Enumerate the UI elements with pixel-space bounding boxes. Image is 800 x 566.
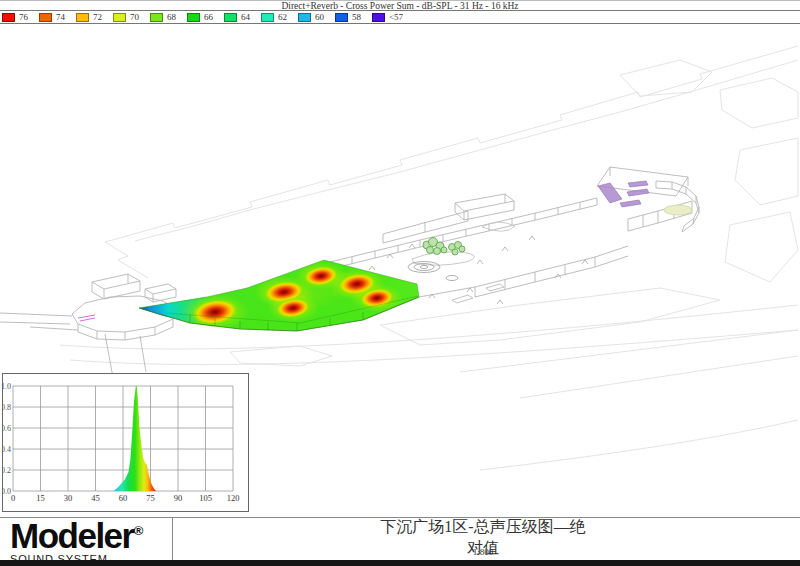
x-tick-label: 120 [227, 493, 240, 503]
legend-item-lt57: <57 [372, 12, 403, 22]
modeler-report-window: Direct+Reverb - Cross Power Sum - dB-SPL… [0, 0, 800, 566]
bottom-black-bar [0, 560, 800, 566]
y-tick-label: 0.2 [3, 466, 11, 475]
legend-item-70: 70 [113, 12, 143, 22]
legend-label: 60 [315, 12, 328, 22]
legend-label: 72 [93, 12, 106, 22]
legend-label: 58 [352, 12, 365, 22]
legend-item-62: 62 [261, 12, 291, 22]
legend-item-58: 58 [335, 12, 365, 22]
legend-label: 76 [19, 12, 32, 22]
legend-item-76: 76 [2, 12, 32, 22]
legend-swatch [187, 13, 200, 22]
legend-swatch [224, 13, 237, 22]
legend-item-74: 74 [39, 12, 69, 22]
legend-swatch [2, 13, 15, 22]
legend-label: <57 [389, 12, 403, 22]
legend-swatch [150, 13, 163, 22]
spl-heatmap [139, 260, 419, 331]
legend-label: 70 [130, 12, 143, 22]
y-tick-label: 0.4 [3, 445, 11, 454]
legend-label: 66 [204, 12, 217, 22]
legend-swatch [39, 13, 52, 22]
plot-title-bar: Direct+Reverb - Cross Power Sum - dB-SPL… [0, 0, 800, 11]
legend-item-60: 60 [298, 12, 328, 22]
histogram-area [114, 386, 156, 491]
legend-item-64: 64 [224, 12, 254, 22]
stairs [598, 181, 649, 207]
brand-wordmark: Modeler® [10, 515, 170, 552]
legend-label: 64 [241, 12, 254, 22]
legend-swatch [76, 13, 89, 22]
spl-legend: 76747270686664626058<57 [0, 11, 800, 24]
legend-swatch [298, 13, 311, 22]
legend-label: 74 [56, 12, 69, 22]
x-tick-label: 90 [174, 493, 183, 503]
y-tick-label: 0.0 [3, 487, 11, 496]
legend-swatch [261, 13, 274, 22]
x-tick-label: 45 [91, 493, 100, 503]
legend-label: 62 [278, 12, 291, 22]
legend-item-68: 68 [150, 12, 180, 22]
y-tick-label: 0.6 [3, 424, 11, 433]
legend-swatch [335, 13, 348, 22]
plot-title: Direct+Reverb - Cross Power Sum - dB-SPL… [281, 1, 518, 11]
y-tick-label: 1.0 [3, 382, 11, 391]
legend-swatch [113, 13, 126, 22]
modeler-logo: Modeler® SOUND SYSTEM SOFTWARE [10, 515, 170, 566]
shrub-patch [664, 205, 692, 215]
registered-mark: ® [134, 523, 144, 538]
y-tick-label: 0.8 [3, 403, 11, 412]
legend-swatch [372, 13, 385, 22]
x-tick-label: 75 [146, 493, 155, 503]
x-tick-label: 15 [36, 493, 45, 503]
drawing-scale: 1:800 [376, 547, 590, 557]
x-tick-label: 105 [199, 493, 212, 503]
legend-item-72: 72 [76, 12, 106, 22]
x-tick-label: 60 [119, 493, 128, 503]
brand-name: Modeler [10, 516, 134, 555]
legend-label: 68 [167, 12, 180, 22]
level-histogram-panel: 01530456075901051200.00.20.40.60.81.0 [2, 373, 249, 512]
x-tick-label: 0 [11, 493, 15, 503]
legend-item-66: 66 [187, 12, 217, 22]
aiming-lines [78, 315, 95, 321]
x-tick-label: 30 [64, 493, 73, 503]
footer-divider [172, 517, 173, 561]
level-histogram: 01530456075901051200.00.20.40.60.81.0 [3, 374, 248, 511]
